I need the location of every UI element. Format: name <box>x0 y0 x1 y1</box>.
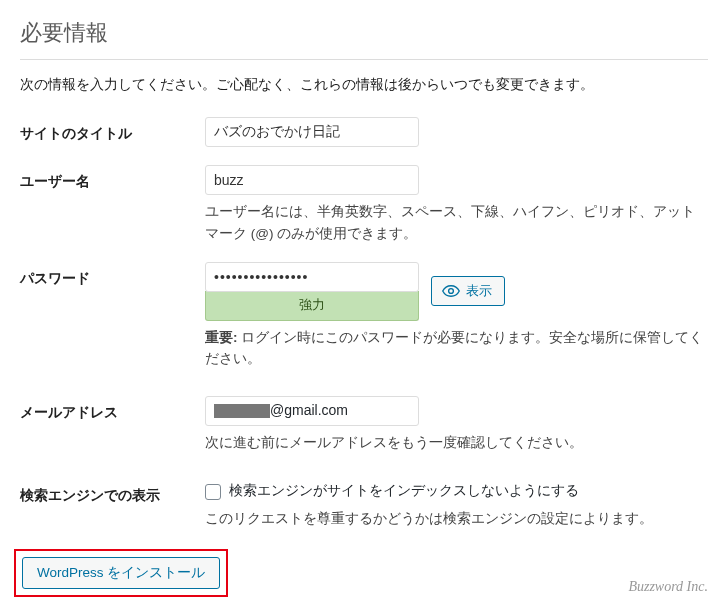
password-field: 強力 表示 重要: ログイン時にこのパスワードが必要になります。安全な場所に保管… <box>205 262 708 370</box>
email-suffix: @gmail.com <box>270 400 348 421</box>
install-button-highlight: WordPress をインストール <box>14 549 228 597</box>
svg-point-0 <box>449 289 454 294</box>
site-title-label: サイトのタイトル <box>20 117 205 144</box>
username-row: ユーザー名 ユーザー名には、半角英数字、スペース、下線、ハイフン、ピリオド、アッ… <box>20 165 708 244</box>
search-engine-field: 検索エンジンがサイトをインデックスしないようにする このリクエストを尊重するかど… <box>205 479 708 529</box>
password-hint-strong: 重要: <box>205 330 238 345</box>
search-engine-hint: このリクエストを尊重するかどうかは検索エンジンの設定によります。 <box>205 508 708 530</box>
email-field-container: @gmail.com 次に進む前にメールアドレスをもう一度確認してください。 <box>205 396 708 454</box>
site-title-field <box>205 117 708 147</box>
eye-icon <box>442 285 460 297</box>
username-label: ユーザー名 <box>20 165 205 192</box>
footer-brand: Buzzword Inc. <box>628 576 708 597</box>
page-title: 必要情報 <box>20 16 708 60</box>
site-title-row: サイトのタイトル <box>20 117 708 147</box>
email-label: メールアドレス <box>20 396 205 423</box>
password-input[interactable] <box>205 262 419 292</box>
password-label: パスワード <box>20 262 205 289</box>
footer-row: WordPress をインストール Buzzword Inc. <box>0 543 728 600</box>
username-input[interactable] <box>205 165 419 195</box>
email-input[interactable]: @gmail.com <box>205 396 419 426</box>
email-hint: 次に進む前にメールアドレスをもう一度確認してください。 <box>205 432 708 454</box>
username-field: ユーザー名には、半角英数字、スペース、下線、ハイフン、ピリオド、アットマーク (… <box>205 165 708 244</box>
password-row: パスワード 強力 表示 重要: <box>20 262 708 370</box>
search-engine-label: 検索エンジンでの表示 <box>20 479 205 506</box>
email-redacted-prefix <box>214 404 270 418</box>
install-wordpress-button[interactable]: WordPress をインストール <box>22 557 220 589</box>
search-engine-row: 検索エンジンでの表示 検索エンジンがサイトをインデックスしないようにする このリ… <box>20 479 708 529</box>
password-strength-badge: 強力 <box>205 291 419 321</box>
site-title-input[interactable] <box>205 117 419 147</box>
password-hint-text: ログイン時にこのパスワードが必要になります。安全な場所に保管してください。 <box>205 330 703 367</box>
search-engine-checkbox-label: 検索エンジンがサイトをインデックスしないようにする <box>229 481 579 501</box>
search-engine-checkbox[interactable] <box>205 484 221 500</box>
show-password-button[interactable]: 表示 <box>431 276 505 306</box>
username-hint: ユーザー名には、半角英数字、スペース、下線、ハイフン、ピリオド、アットマーク (… <box>205 201 708 244</box>
intro-text: 次の情報を入力してください。ご心配なく、これらの情報は後からいつでも変更できます… <box>20 74 708 95</box>
password-hint: 重要: ログイン時にこのパスワードが必要になります。安全な場所に保管してください… <box>205 327 708 370</box>
email-row: メールアドレス @gmail.com 次に進む前にメールアドレスをもう一度確認し… <box>20 396 708 454</box>
show-password-label: 表示 <box>466 282 492 300</box>
